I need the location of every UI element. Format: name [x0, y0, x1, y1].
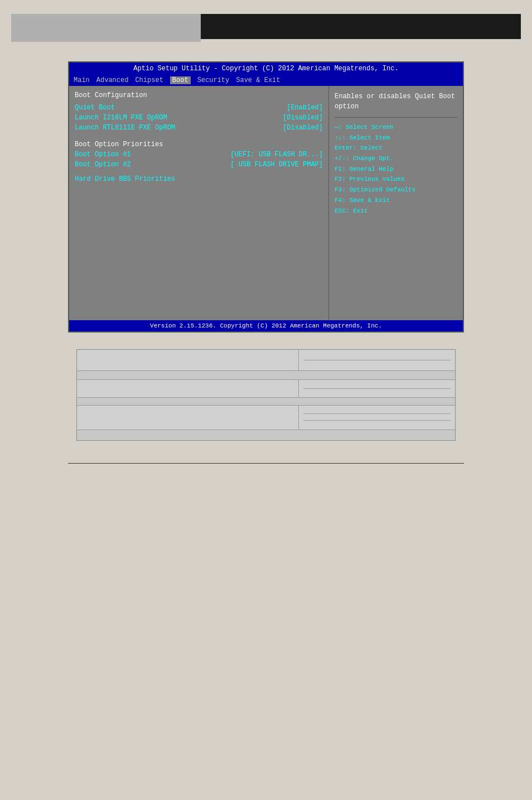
- key-f1: F1: General Help: [335, 164, 457, 175]
- lt-row-1: [77, 350, 455, 371]
- boot-option-1-label: Boot Option #1: [75, 151, 230, 158]
- menu-advanced[interactable]: Advanced: [96, 76, 129, 84]
- lt-row-2: [77, 371, 455, 380]
- menu-security[interactable]: Security: [197, 76, 230, 84]
- lt-cell-5-right: [299, 406, 455, 430]
- key-f3: F3: Optimized Defaults: [335, 185, 457, 195]
- lt-row-3: [77, 380, 455, 398]
- boot-option-1[interactable]: Boot Option #1 [UEFI: USB FLASH DR...]: [75, 151, 323, 158]
- lower-table: [76, 349, 456, 441]
- key-change-opt: +/-: Change Opt.: [335, 153, 457, 164]
- menu-chipset[interactable]: Chipset: [135, 76, 163, 84]
- priorities-section: Boot Option Priorities Boot Option #1 [U…: [75, 141, 323, 168]
- lt-row-4: [77, 398, 455, 406]
- right-divider: [335, 117, 457, 118]
- boot-option-2-value: [ USB FLASH DRIVE PMAP]: [230, 161, 323, 168]
- lt-cell-1-right: [299, 350, 455, 370]
- banner-right: [201, 14, 521, 39]
- key-select-item: ↑↓: Select Item: [335, 133, 457, 143]
- section-title: Boot Configuration: [75, 91, 323, 99]
- bios-footer-text: Version 2.15.1236. Copyright (C) 2012 Am…: [150, 322, 382, 329]
- i218lm-value: [Disabled]: [283, 114, 323, 122]
- lt-cell-5-left: [77, 406, 299, 430]
- bios-right-panel: Enables or disables Quiet Boot option ↔:…: [329, 86, 463, 320]
- bios-title-text: Aptio Setup Utility - Copyright (C) 2012…: [133, 65, 398, 73]
- banner-left: [11, 14, 201, 42]
- lt-cell-3-left: [77, 380, 299, 397]
- key-esc: ESC: Exit: [335, 206, 457, 216]
- menu-save-exit[interactable]: Save & Exit: [236, 76, 280, 84]
- key-select-screen: ↔: Select Screen: [335, 122, 457, 133]
- bios-footer: Version 2.15.1236. Copyright (C) 2012 Am…: [69, 320, 463, 331]
- top-banner: [11, 11, 521, 45]
- lt-cell-3-right: [299, 380, 455, 397]
- lt-row-6: [77, 430, 455, 440]
- key-enter: Enter: Select: [335, 143, 457, 153]
- quiet-boot-value: [Enabled]: [287, 104, 323, 112]
- rtl8111e-item[interactable]: Launch RTL8111E PXE OpROM [Disabled]: [75, 124, 323, 132]
- lt-row-5: [77, 406, 455, 430]
- i218lm-label: Launch I218LM PXE OpROM: [75, 114, 283, 122]
- rtl8111e-value: [Disabled]: [283, 124, 323, 132]
- priorities-title: Boot Option Priorities: [75, 141, 323, 148]
- menu-main[interactable]: Main: [74, 76, 90, 84]
- bios-title: Aptio Setup Utility - Copyright (C) 2012…: [69, 62, 463, 75]
- key-legend: ↔: Select Screen ↑↓: Select Item Enter: …: [335, 122, 457, 216]
- lt-cell-3-right-top: [303, 382, 451, 389]
- bios-screen: Aptio Setup Utility - Copyright (C) 2012…: [68, 61, 464, 332]
- key-f2: F2: Previous Values: [335, 174, 457, 185]
- boot-option-2[interactable]: Boot Option #2 [ USB FLASH DRIVE PMAP]: [75, 161, 323, 168]
- lt-cell-1-right-top: [303, 351, 451, 360]
- quiet-boot-label: Quiet Boot: [75, 104, 287, 112]
- hard-drive-label[interactable]: Hard Drive BBS Priorities: [75, 175, 175, 183]
- quiet-boot-item[interactable]: Quiet Boot [Enabled]: [75, 104, 323, 112]
- boot-option-1-value: [UEFI: USB FLASH DR...]: [230, 151, 323, 158]
- help-text: Enables or disables Quiet Boot option: [335, 91, 457, 112]
- i218lm-item[interactable]: Launch I218LM PXE OpROM [Disabled]: [75, 114, 323, 122]
- menu-boot[interactable]: Boot: [170, 76, 191, 84]
- bios-content: Boot Configuration Quiet Boot [Enabled] …: [69, 86, 463, 320]
- bios-menu-bar[interactable]: Main Advanced Chipset Boot Security Save…: [69, 75, 463, 86]
- bios-left-panel: Boot Configuration Quiet Boot [Enabled] …: [69, 86, 329, 320]
- bottom-line: [68, 463, 464, 464]
- key-f4: F4: Save & Exit: [335, 195, 457, 206]
- lt-cell-5-right-top: [303, 407, 451, 414]
- hard-drive-section: Hard Drive BBS Priorities: [75, 175, 323, 183]
- lt-cell-5-right-mid: [303, 414, 451, 421]
- lt-cell-1-left: [77, 350, 299, 370]
- boot-option-2-label: Boot Option #2: [75, 161, 230, 168]
- rtl8111e-label: Launch RTL8111E PXE OpROM: [75, 124, 283, 132]
